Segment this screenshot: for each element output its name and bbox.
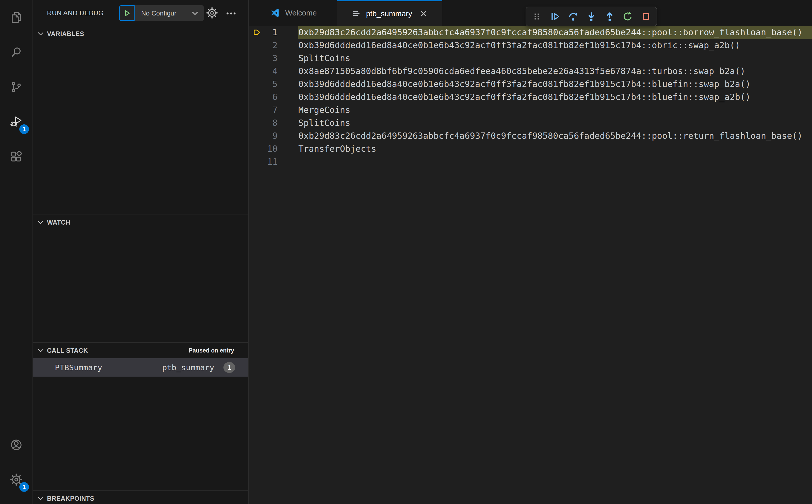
vscode-logo-icon [269, 7, 280, 19]
toolbar-drag-handle[interactable] [528, 8, 546, 25]
code-line[interactable]: 9 0xb29d83c26cdd2a64959263abbcfc4a6937f0… [249, 129, 812, 142]
breakpoints-section-label: BREAKPOINTS [47, 495, 94, 502]
line-text: 0xb39d6dddedd16ed8a40ce0b1e6b43c92acf0ff… [298, 39, 812, 52]
call-stack-section-header[interactable]: CALL STACK Paused on entry [33, 343, 248, 358]
line-number: 5 [272, 78, 277, 91]
configuration-label: No Configur [141, 9, 191, 17]
line-number: 11 [267, 155, 277, 168]
tab-ptb-summary-label: ptb_summary [366, 9, 413, 18]
line-number: 7 [272, 104, 277, 116]
activity-item-source-control[interactable] [0, 70, 32, 104]
activity-item-search[interactable] [0, 35, 32, 70]
extensions-icon [10, 150, 23, 163]
chevron-down-icon [37, 30, 44, 38]
debug-step-into-button[interactable] [583, 8, 600, 25]
line-text: 0xb29d83c26cdd2a64959263abbcfc4a6937f0c9… [298, 129, 812, 142]
file-lines-icon [351, 9, 361, 19]
code-line[interactable]: 6 0xb39d6dddedd16ed8a40ce0b1e6b43c92acf0… [249, 91, 812, 104]
gutter[interactable]: 5 [249, 78, 298, 91]
gutter[interactable]: 3 [249, 52, 298, 65]
line-text: SplitCoins [298, 116, 812, 129]
stack-frame-name: PTBSummary [55, 363, 102, 372]
variables-section-label: VARIABLES [47, 30, 84, 38]
activity-item-extensions[interactable] [0, 139, 32, 174]
line-text: 0xb39d6dddedd16ed8a40ce0b1e6b43c92acf0ff… [298, 78, 812, 91]
gutter[interactable]: 2 [249, 39, 298, 52]
activity-item-settings[interactable]: 1 [0, 462, 32, 497]
stack-frame-file: ptb_summary [162, 363, 214, 372]
gutter[interactable]: 4 [249, 65, 298, 78]
debug-continue-button[interactable] [547, 8, 564, 25]
line-text: TransferObjects [298, 142, 812, 155]
code-line[interactable]: 1 0xb29d83c26cdd2a64959263abbcfc4a6937f0… [249, 26, 812, 39]
sidebar-header: RUN AND DEBUG No Configur [33, 0, 248, 26]
close-tab-icon[interactable] [419, 9, 428, 18]
code-line[interactable]: 5 0xb39d6dddedd16ed8a40ce0b1e6b43c92acf0… [249, 78, 812, 91]
tab-ptb-summary[interactable]: ptb_summary [337, 0, 442, 26]
code-line[interactable]: 10 TransferObjects [249, 142, 812, 155]
gripper-icon [532, 12, 541, 21]
debug-step-over-icon [568, 11, 578, 22]
debug-restart-button[interactable] [619, 8, 636, 25]
line-text: SplitCoins [298, 52, 812, 65]
stack-frame-row[interactable]: PTBSummary ptb_summary 1 [33, 358, 248, 377]
gutter[interactable]: 8 [249, 116, 298, 129]
ellipsis-icon [225, 8, 237, 19]
code-editor[interactable]: 1 0xb29d83c26cdd2a64959263abbcfc4a6937f0… [249, 26, 812, 504]
tab-welcome[interactable]: Welcome [249, 0, 337, 26]
source-control-icon [10, 80, 23, 94]
configuration-dropdown[interactable]: No Configur [135, 5, 204, 21]
settings-badge: 1 [19, 482, 29, 492]
activity-item-explorer[interactable] [0, 0, 32, 35]
debug-step-out-button[interactable] [601, 8, 618, 25]
debug-badge: 1 [19, 124, 29, 134]
code-line[interactable]: 4 0x8ae871505a80d8bf6bf9c05906cda6edfeea… [249, 65, 812, 78]
debug-stop-button[interactable] [637, 8, 655, 25]
breakpoints-section-header[interactable]: BREAKPOINTS [33, 491, 248, 504]
code-line[interactable]: 11 [249, 155, 812, 168]
call-stack-section-label: CALL STACK [47, 347, 88, 354]
gutter[interactable]: 7 [249, 104, 298, 116]
debug-stackframe-icon [252, 28, 261, 37]
debug-step-out-icon [604, 11, 615, 22]
line-number: 6 [272, 91, 277, 104]
variables-section: VARIABLES [33, 26, 248, 42]
line-number: 9 [272, 129, 277, 142]
variables-section-header[interactable]: VARIABLES [33, 26, 248, 42]
code-line[interactable]: 2 0xb39d6dddedd16ed8a40ce0b1e6b43c92acf0… [249, 39, 812, 52]
gutter[interactable]: 6 [249, 91, 298, 104]
line-number: 1 [272, 26, 277, 39]
breakpoints-section: BREAKPOINTS [33, 490, 248, 504]
debug-step-into-icon [586, 11, 597, 22]
account-icon [10, 438, 23, 451]
open-launch-json-button[interactable] [206, 7, 218, 19]
debug-step-over-button[interactable] [565, 8, 582, 25]
gutter[interactable]: 10 [249, 142, 298, 155]
watch-section-label: WATCH [47, 219, 70, 226]
gutter[interactable]: 9 [249, 129, 298, 142]
activity-item-run-and-debug[interactable]: 1 [0, 104, 32, 139]
debug-continue-icon [550, 11, 560, 22]
code-line[interactable]: 3 SplitCoins [249, 52, 812, 65]
code-line[interactable]: 7 MergeCoins [249, 104, 812, 116]
stack-frame-badge: 1 [223, 362, 235, 373]
gutter[interactable]: 11 [249, 155, 298, 168]
vscode-window: 1 1 RUN AND DEBUG No Conf [0, 0, 812, 504]
activity-bar-bottom: 1 [0, 427, 32, 497]
code-line[interactable]: 8 SplitCoins [249, 116, 812, 129]
start-debugging-button[interactable] [119, 5, 135, 21]
line-text: 0xb29d83c26cdd2a64959263abbcfc4a6937f0c9… [298, 26, 812, 39]
chevron-down-icon [37, 495, 44, 502]
chevron-down-icon [191, 9, 199, 17]
views-more-actions-button[interactable] [225, 8, 237, 19]
activity-bar: 1 1 [0, 0, 33, 504]
sidebar-title: RUN AND DEBUG [47, 0, 104, 26]
gutter[interactable]: 1 [249, 26, 298, 39]
watch-section-header[interactable]: WATCH [33, 214, 248, 230]
debug-restart-icon [622, 11, 633, 22]
line-text: 0xb39d6dddedd16ed8a40ce0b1e6b43c92acf0ff… [298, 91, 812, 104]
activity-item-accounts[interactable] [0, 427, 32, 462]
search-icon [10, 46, 23, 59]
chevron-down-icon [37, 219, 44, 226]
watch-section: WATCH [33, 214, 248, 230]
